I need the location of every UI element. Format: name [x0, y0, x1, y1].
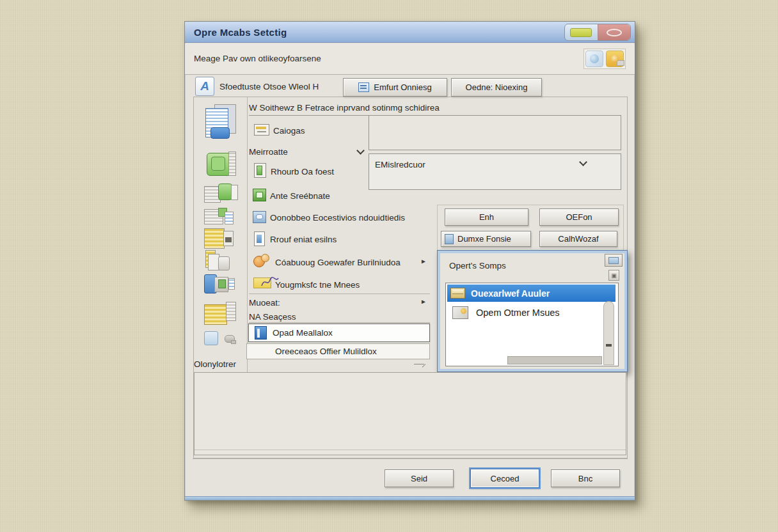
list-icon[interactable]: [204, 208, 235, 227]
cahwozaf-button[interactable]: CalhWozaf: [539, 231, 617, 247]
menu-item-proof[interactable]: Rrouf eniat esilns: [270, 235, 337, 244]
enh-label: Enh: [479, 212, 494, 222]
contacts-icon[interactable]: [204, 184, 237, 205]
opents-somps-popup: Opert's Somps ▣ Ouexarlwef Auuler Opem O…: [437, 250, 628, 372]
contacts-icon: [253, 254, 270, 270]
smart-options-label: Emfurt Onniesg: [374, 82, 431, 92]
footer-divider: [193, 458, 628, 459]
toolbar-app-label: Sfoedtuste Otsoe Wleol H: [219, 82, 319, 91]
cahwozaf-label: CalhWozaf: [558, 234, 598, 244]
menu-item-mount[interactable]: Muoeat:: [249, 298, 280, 308]
window-bottom-frame: [185, 496, 635, 500]
mail-folder-icon: [450, 288, 465, 299]
submenu-arrow-icon: ►: [420, 298, 427, 305]
menu-item-address-generator[interactable]: Cóabuoug Goewafer Burilniudoa: [275, 258, 401, 267]
popup-listbox[interactable]: Ouexarlwef Auuler Opem Otmer Msues: [445, 283, 619, 366]
send-button[interactable]: Seid: [385, 469, 454, 487]
door-icon: [254, 163, 266, 178]
folders-icon[interactable]: [204, 250, 232, 274]
menu-item-catalogs[interactable]: Caiogas: [273, 126, 305, 136]
divider: [249, 322, 430, 323]
list-item-label: Ouexarlwef Auuler: [471, 288, 550, 299]
back-button[interactable]: Bnc: [551, 469, 620, 487]
options-header-line: W Soithewz B Fetrace inprvand sotinmg sc…: [249, 103, 621, 116]
popup-title: Opert's Somps: [449, 261, 506, 270]
documents-icon[interactable]: [204, 103, 239, 140]
oefon-label: OEFon: [566, 212, 592, 222]
notes-icon: [358, 82, 369, 92]
vertical-scrollbar[interactable]: [603, 301, 614, 365]
order-indexing-label: Oedne: Nioexing: [466, 82, 528, 92]
tag-icon[interactable]: [204, 274, 236, 297]
window-title: Opre Mcabs Setctig: [194, 22, 287, 43]
cancel-label: Cecoed: [491, 474, 520, 483]
open-other-mailbox-label: Oreeceaos Offier Mulildlox: [275, 347, 377, 356]
menu-item-autoseebnate[interactable]: Ante Sreébnate: [270, 191, 330, 201]
menu-item-highlight-lines[interactable]: Yougmksfc tne Mnees: [275, 280, 360, 290]
chat-icon: [253, 211, 266, 223]
window-subtitle: Meage Pav own otlikeoyfoarsene: [194, 54, 321, 63]
mistreciuor-dropdown[interactable]: EMislredcuor: [369, 153, 621, 190]
list-item-label: Opem Otmer Msues: [476, 308, 560, 318]
open-other-mailbox-item[interactable]: Oreeceaos Offier Mulildlox: [246, 343, 430, 359]
open-mailbox-item[interactable]: Opad Meallalox: [248, 324, 430, 342]
smart-options-button[interactable]: Emfurt Onniesg: [343, 78, 447, 97]
minimize-button[interactable]: [565, 24, 598, 40]
popup-small-button[interactable]: ▣: [608, 270, 619, 281]
profile-card-icon[interactable]: [204, 152, 235, 177]
header-strip: Meage Pav own otlikeoyfoarsene: [185, 43, 635, 75]
back-label: Bnc: [578, 474, 592, 483]
menu-item-mitigate[interactable]: Meirroatte: [249, 147, 288, 157]
dropdown-value: EMislredcuor: [375, 160, 425, 169]
dumxe-button[interactable]: Dumxe Fonsie: [441, 231, 531, 247]
folder-icon[interactable]: [606, 51, 624, 67]
spreadsheet-icon[interactable]: [204, 227, 235, 250]
window-controls: [564, 24, 631, 41]
signature-icon: [254, 124, 269, 136]
divider: [194, 450, 626, 450]
calendar-icon: [253, 189, 266, 201]
menu-item-na-seacess[interactable]: NA Seaçess: [249, 312, 296, 322]
submenu-arrow-icon: ►: [420, 258, 427, 265]
settings-dialog: Opre Mcabs Setctig Meage Pav own otlikeo…: [184, 21, 635, 501]
header-icon-tray: [584, 49, 626, 69]
send-label: Seid: [411, 474, 427, 483]
document-icon: [254, 231, 265, 246]
dropdown-chevron-icon[interactable]: [579, 158, 587, 166]
tag-icon: [617, 60, 624, 66]
mailbox-icon: [255, 326, 267, 340]
menu-item-notifications[interactable]: Oonobbeo Eocestivios ndouidtiedis: [270, 213, 405, 223]
footer-textarea[interactable]: [194, 372, 626, 455]
list-item[interactable]: Opem Otmer Msues: [447, 303, 601, 322]
swatch-icon[interactable]: [204, 330, 236, 350]
enh-button[interactable]: Enh: [445, 208, 528, 226]
close-button[interactable]: [598, 24, 630, 40]
mail-open-icon: [452, 306, 468, 319]
expand-arrow-icon[interactable]: [414, 359, 424, 364]
profile-icon[interactable]: [585, 51, 603, 67]
scrollbar-thumb[interactable]: [606, 344, 612, 347]
divider: [249, 293, 430, 294]
cancel-button[interactable]: Cecoed: [470, 469, 539, 488]
mailbox-small-icon: [445, 234, 454, 244]
menu-item-roundabout[interactable]: Rhourb Oa foest: [271, 167, 334, 176]
popup-mail-button[interactable]: [605, 254, 623, 267]
upper-field[interactable]: [369, 115, 621, 150]
app-icon: A: [195, 77, 214, 96]
close-icon: [607, 29, 622, 36]
order-indexing-button[interactable]: Oedne: Nioexing: [451, 78, 542, 97]
ledger-icon[interactable]: [204, 302, 237, 329]
minimize-icon: [570, 28, 592, 37]
dumxe-label: Dumxe Fonsie: [457, 234, 511, 244]
horizontal-scrollbar[interactable]: [507, 356, 602, 364]
titlebar[interactable]: Opre Mcabs Setctig: [185, 22, 635, 43]
list-item-selected[interactable]: Ouexarlwef Auuler: [447, 285, 615, 302]
footer-label: Olonylotrer: [194, 359, 236, 369]
oefon-button[interactable]: OEFon: [539, 208, 619, 226]
open-mailbox-label: Opad Meallalox: [273, 328, 333, 338]
